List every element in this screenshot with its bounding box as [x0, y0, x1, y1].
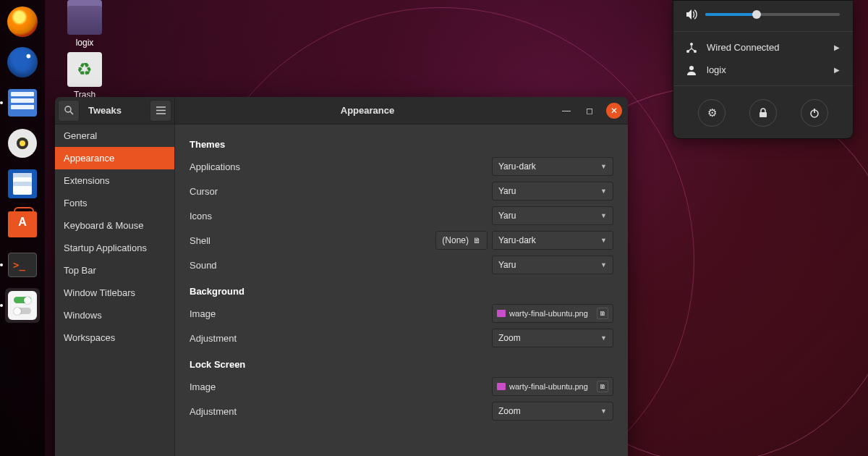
- software-icon: [8, 211, 37, 237]
- menu-user[interactable]: logix ▶: [673, 59, 853, 81]
- label-sound: Sound: [190, 260, 334, 271]
- volume-thumb[interactable]: [752, 10, 761, 19]
- sidebar-item-workspaces[interactable]: Workspaces: [55, 326, 174, 349]
- combo-shell[interactable]: Yaru-dark▼: [492, 231, 613, 250]
- hamburger-icon: [156, 106, 166, 114]
- sidebar-item-general[interactable]: General: [55, 124, 174, 147]
- rhythmbox-icon: [8, 129, 37, 158]
- tweaks-icon: [8, 291, 37, 320]
- lock-icon: [759, 108, 767, 118]
- power-icon: [809, 108, 820, 118]
- gear-icon: ⚙: [707, 106, 717, 119]
- image-icon: [497, 310, 506, 317]
- combo-applications[interactable]: Yaru-dark▼: [492, 157, 613, 176]
- combo-ls-adjustment[interactable]: Zoom▼: [492, 402, 613, 421]
- sidebar-item-windows[interactable]: Windows: [55, 304, 174, 326]
- maximize-button[interactable]: ◻: [583, 104, 596, 117]
- label-bg-image: Image: [190, 308, 334, 319]
- sidebar-item-titlebars[interactable]: Window Titlebars: [55, 282, 174, 304]
- chevron-down-icon: ▼: [600, 261, 607, 269]
- chevron-down-icon: ▼: [600, 163, 607, 170]
- user-icon: [686, 65, 697, 75]
- files-icon: [8, 89, 37, 117]
- svg-rect-4: [760, 112, 767, 117]
- minimize-button[interactable]: ―: [560, 104, 573, 117]
- chevron-down-icon: ▼: [600, 212, 607, 219]
- chevron-down-icon: ▼: [600, 237, 607, 244]
- file-bg-image[interactable]: warty-final-ubuntu.png 🗎: [492, 304, 613, 323]
- system-menu: Wired Connected ▶ logix ▶ ⚙: [673, 0, 854, 139]
- themes-heading: Themes: [190, 139, 613, 150]
- sidebar-item-extensions[interactable]: Extensions: [55, 169, 174, 192]
- shell-none-chip[interactable]: (None)🗎: [435, 231, 488, 250]
- hamburger-button[interactable]: [150, 100, 171, 122]
- folder-icon: [67, 0, 102, 35]
- label-ls-adjustment: Adjustment: [190, 406, 334, 417]
- content-pane: Themes Applications Yaru-dark▼ Cursor Ya…: [175, 124, 628, 456]
- open-file-icon[interactable]: 🗎: [597, 308, 608, 319]
- sidebar: General Appearance Extensions Fonts Keyb…: [55, 124, 175, 456]
- dock-files[interactable]: [5, 85, 40, 120]
- desktop-icon-label: logix: [59, 38, 110, 48]
- minimize-icon: ―: [562, 106, 571, 116]
- dock: >_: [0, 0, 45, 456]
- thunderbird-icon: [7, 47, 38, 77]
- titlebar[interactable]: Tweaks Appearance ― ◻ ✕: [55, 97, 628, 124]
- tweaks-window: Tweaks Appearance ― ◻ ✕ General Appearan…: [55, 97, 628, 456]
- maximize-icon: ◻: [586, 106, 593, 116]
- image-icon: [497, 383, 506, 390]
- menu-user-label: logix: [707, 64, 726, 75]
- close-button[interactable]: ✕: [606, 103, 622, 119]
- trash-icon: [67, 52, 102, 87]
- chevron-right-icon: ▶: [834, 66, 840, 74]
- label-bg-adjustment: Adjustment: [190, 333, 334, 344]
- menu-network-label: Wired Connected: [707, 42, 779, 53]
- chevron-down-icon: ▼: [600, 334, 607, 342]
- dock-firefox[interactable]: [5, 4, 40, 39]
- app-title: Tweaks: [88, 105, 122, 116]
- dock-tweaks[interactable]: [5, 288, 40, 323]
- svg-point-7: [65, 106, 71, 112]
- combo-bg-adjustment[interactable]: Zoom▼: [492, 329, 613, 347]
- volume-slider[interactable]: [705, 13, 840, 16]
- open-file-icon[interactable]: 🗎: [597, 381, 608, 392]
- label-cursor: Cursor: [190, 186, 334, 197]
- svg-point-3: [689, 66, 694, 70]
- settings-button[interactable]: ⚙: [698, 99, 726, 127]
- dock-rhythmbox[interactable]: [5, 126, 40, 161]
- dock-software[interactable]: [5, 207, 40, 242]
- lockscreen-heading: Lock Screen: [190, 359, 613, 370]
- combo-icons[interactable]: Yaru▼: [492, 206, 613, 225]
- volume-icon: [686, 9, 698, 20]
- file-ls-image[interactable]: warty-final-ubuntu.png 🗎: [492, 377, 613, 396]
- document-icon: 🗎: [473, 236, 481, 245]
- volume-fill: [705, 13, 757, 16]
- label-icons: Icons: [190, 211, 334, 221]
- desktop-icon-trash[interactable]: Trash: [59, 52, 110, 100]
- svg-point-0: [690, 43, 693, 46]
- sidebar-item-keyboard[interactable]: Keyboard & Mouse: [55, 214, 174, 237]
- svg-line-8: [70, 111, 73, 114]
- power-button[interactable]: [801, 99, 828, 127]
- chevron-down-icon: ▼: [600, 187, 607, 195]
- sidebar-item-fonts[interactable]: Fonts: [55, 192, 174, 214]
- separator: [673, 85, 853, 86]
- background-heading: Background: [190, 286, 613, 297]
- dock-terminal[interactable]: >_: [5, 248, 40, 282]
- chevron-right-icon: ▶: [834, 43, 840, 51]
- desktop-icon-home[interactable]: logix: [59, 0, 110, 48]
- search-button[interactable]: [58, 100, 80, 122]
- lock-button[interactable]: [749, 99, 777, 127]
- sidebar-item-startup[interactable]: Startup Applications: [55, 237, 174, 259]
- network-icon: [686, 43, 697, 53]
- combo-sound[interactable]: Yaru▼: [492, 256, 613, 274]
- menu-network[interactable]: Wired Connected ▶: [673, 36, 853, 59]
- firefox-icon: [7, 7, 38, 37]
- dock-thunderbird[interactable]: [5, 45, 40, 80]
- dock-writer[interactable]: [5, 166, 40, 201]
- combo-cursor[interactable]: Yaru▼: [492, 182, 613, 200]
- sidebar-item-topbar[interactable]: Top Bar: [55, 259, 174, 282]
- terminal-icon: >_: [8, 253, 37, 277]
- writer-icon: [8, 169, 37, 198]
- sidebar-item-appearance[interactable]: Appearance: [55, 147, 174, 169]
